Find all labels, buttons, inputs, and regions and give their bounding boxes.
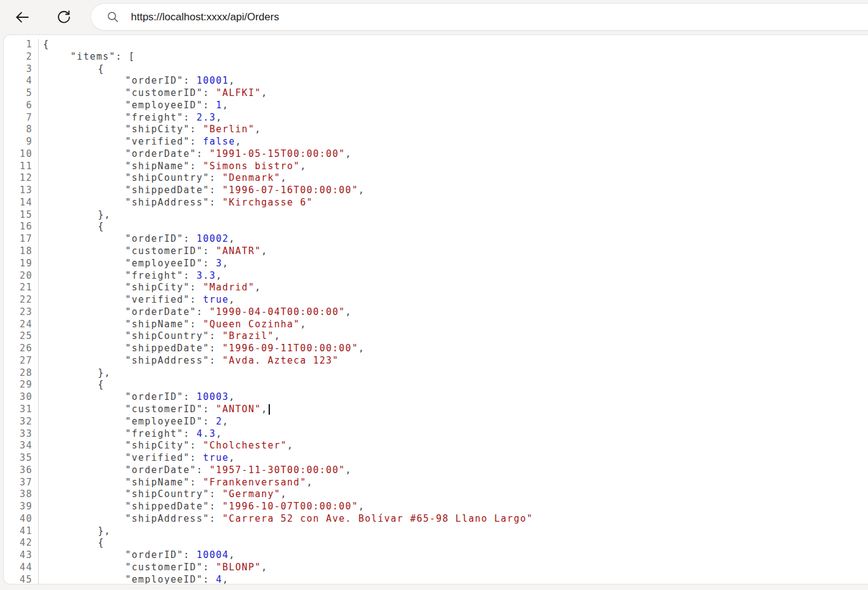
code-token: "employeeID" bbox=[125, 258, 203, 269]
code-line: 40"shipAddress": "Carrera 52 con Ave. Bo… bbox=[4, 513, 868, 525]
code-text: "shippedDate": "1996-10-07T00:00:00", bbox=[39, 501, 365, 513]
code-text: "shipAddress": "Kirchgasse 6" bbox=[39, 197, 313, 209]
code-line: 26"shippedDate": "1996-09-11T00:00:00", bbox=[4, 343, 868, 355]
code-token: "verified" bbox=[125, 452, 190, 463]
code-text: "shipName": "Frankenversand", bbox=[39, 477, 313, 489]
code-line: 28}, bbox=[4, 367, 868, 380]
line-number: 16 bbox=[4, 221, 39, 233]
code-token: "customerID" bbox=[125, 562, 203, 573]
code-token: : bbox=[190, 294, 203, 305]
code-text: "verified": true, bbox=[39, 452, 235, 464]
line-number: 40 bbox=[4, 513, 39, 525]
line-number: 20 bbox=[4, 270, 39, 282]
line-number: 9 bbox=[4, 136, 39, 148]
code-text: "employeeID": 3, bbox=[39, 258, 229, 270]
back-button[interactable] bbox=[12, 7, 33, 28]
code-line: 39"shippedDate": "1996-10-07T00:00:00", bbox=[4, 501, 868, 513]
code-token: : bbox=[190, 319, 203, 330]
code-token: "shipName" bbox=[125, 161, 190, 172]
line-number: 4 bbox=[4, 75, 39, 87]
code-token: : bbox=[184, 391, 197, 402]
code-token: "shipAddress" bbox=[125, 197, 210, 208]
code-line: 31"customerID": "ANTON", bbox=[4, 404, 868, 416]
code-token: "Queen Cozinha" bbox=[203, 319, 300, 330]
code-text: "shipCity": "Cholchester", bbox=[39, 440, 294, 452]
code-line: 42{ bbox=[4, 537, 868, 549]
code-line: 16{ bbox=[4, 221, 868, 233]
code-text: "orderID": 10002, bbox=[39, 233, 235, 245]
code-token: "shippedDate" bbox=[125, 185, 210, 196]
code-text: "employeeID": 1, bbox=[39, 100, 229, 112]
code-text: "shipCity": "Madrid", bbox=[39, 282, 261, 294]
code-token: "ALFKI" bbox=[216, 87, 261, 98]
code-line: 20"freight": 3.3, bbox=[4, 270, 868, 282]
code-token: "orderID" bbox=[125, 75, 184, 86]
code-token: "items" bbox=[71, 51, 116, 62]
code-token: "shipCity" bbox=[125, 282, 190, 293]
code-text: }, bbox=[39, 209, 111, 221]
code-token: "Berlin" bbox=[203, 124, 254, 135]
code-line: 24"shipName": "Queen Cozinha", bbox=[4, 319, 868, 331]
code-token: }, bbox=[98, 367, 111, 378]
code-token: , bbox=[261, 404, 268, 415]
code-token: , bbox=[358, 185, 365, 196]
code-token: , bbox=[307, 477, 314, 488]
code-line: 34"shipCity": "Cholchester", bbox=[4, 440, 868, 452]
code-text: "customerID": "ALFKI", bbox=[39, 87, 267, 100]
code-token: "Brazil" bbox=[223, 330, 274, 341]
line-number: 44 bbox=[4, 562, 39, 574]
code-token: "1996-07-16T00:00:00" bbox=[223, 185, 358, 196]
code-token: "Simons bistro" bbox=[203, 161, 300, 172]
code-token: , bbox=[229, 452, 235, 463]
code-line: 36"orderDate": "1957-11-30T00:00:00", bbox=[4, 464, 868, 477]
code-token: : bbox=[190, 136, 203, 147]
code-line: 14"shipAddress": "Kirchgasse 6" bbox=[4, 197, 868, 209]
code-token: : bbox=[210, 513, 223, 524]
browser-toolbar: https://localhost:xxxx/api/Orders bbox=[0, 0, 868, 34]
refresh-button[interactable] bbox=[53, 7, 74, 28]
code-token: "BLONP" bbox=[216, 562, 261, 573]
code-line: 22"verified": true, bbox=[4, 294, 868, 306]
code-text: "orderDate": "1990-04-04T00:00:00", bbox=[39, 306, 352, 319]
code-token: : bbox=[210, 501, 223, 512]
code-text: "orderDate": "1991-05-15T00:00:00", bbox=[39, 148, 352, 161]
code-token: : bbox=[190, 452, 203, 463]
code-token: "orderDate" bbox=[125, 464, 197, 476]
code-token: , bbox=[300, 319, 307, 330]
code-line: 33"freight": 4.3, bbox=[4, 428, 868, 441]
code-token: "freight" bbox=[125, 112, 184, 123]
line-number: 32 bbox=[4, 416, 39, 428]
code-line: 18"customerID": "ANATR", bbox=[4, 245, 868, 258]
code-token: : bbox=[190, 477, 203, 488]
line-number: 18 bbox=[4, 245, 39, 258]
code-token: : bbox=[184, 428, 197, 439]
code-text: "shipName": "Simons bistro", bbox=[39, 161, 307, 173]
code-token: "1957-11-30T00:00:00" bbox=[210, 464, 345, 476]
code-line: 12"shipCountry": "Denmark", bbox=[4, 172, 868, 185]
code-token: "shipCity" bbox=[125, 124, 190, 135]
code-token: : bbox=[190, 161, 203, 172]
code-token: }, bbox=[98, 209, 111, 220]
line-number: 13 bbox=[4, 185, 39, 197]
code-token: 10002 bbox=[197, 233, 229, 244]
code-token: "shipName" bbox=[125, 477, 190, 488]
code-token: : bbox=[184, 112, 197, 123]
code-token: : bbox=[203, 245, 216, 257]
code-token: "1996-09-11T00:00:00" bbox=[223, 343, 358, 354]
code-line: 15}, bbox=[4, 209, 868, 221]
code-token: "Carrera 52 con Ave. Bolívar #65-98 Llan… bbox=[223, 513, 533, 524]
code-token: "freight" bbox=[125, 428, 184, 439]
code-token: , bbox=[345, 148, 352, 159]
code-token: : bbox=[210, 185, 223, 196]
code-token: "customerID" bbox=[125, 87, 203, 98]
code-text: "orderID": 10004, bbox=[39, 549, 235, 562]
code-token: , bbox=[235, 136, 242, 147]
line-number: 26 bbox=[4, 343, 39, 355]
line-number: 23 bbox=[4, 306, 39, 319]
line-number: 24 bbox=[4, 319, 39, 331]
code-text: "shipAddress": "Avda. Azteca 123" bbox=[39, 355, 339, 367]
code-token: , bbox=[358, 501, 365, 512]
code-token: , bbox=[229, 549, 235, 560]
line-number: 22 bbox=[4, 294, 39, 306]
address-bar[interactable]: https://localhost:xxxx/api/Orders bbox=[91, 4, 868, 30]
